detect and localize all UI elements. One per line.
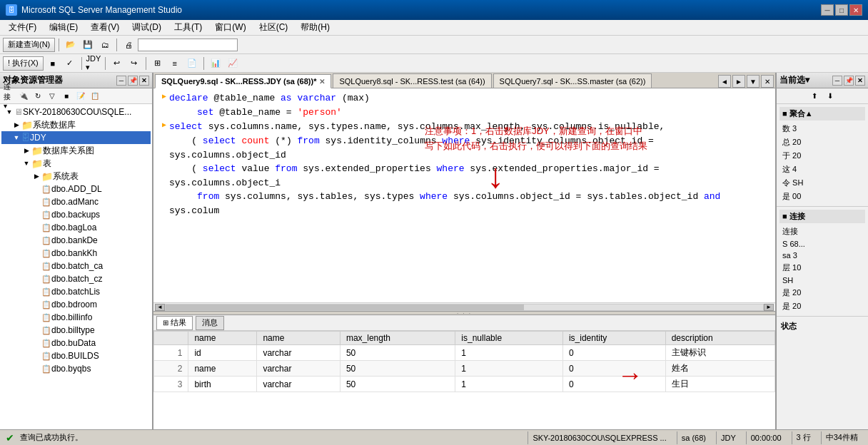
tree-table-bagloa[interactable]: 📋 dbo.bagLoa [1, 221, 151, 234]
sort-desc-btn[interactable]: ⬇ [824, 90, 837, 103]
panel-hide-button[interactable]: ─ [116, 76, 126, 86]
results-tab[interactable]: ⊞ 结果 [156, 316, 193, 330]
tree-table-builds[interactable]: 📋 dbo.BUILDS [1, 349, 151, 362]
tree-table-byqbs[interactable]: 📋 dbo.byqbs [1, 362, 151, 375]
oe-new-query-button[interactable]: 📝 [74, 90, 87, 103]
menu-window[interactable]: 窗口(W) [209, 21, 251, 35]
search-toolbar-input[interactable] [138, 39, 238, 51]
include-stats-button[interactable]: 📈 [225, 56, 241, 71]
new-query-button[interactable]: 新建查询(N) [3, 38, 55, 52]
redo-button[interactable]: ↪ [126, 56, 142, 71]
row3-col2: varchar [257, 377, 340, 392]
tree-table-batch-ca[interactable]: 📋 dbo.batch_ca [1, 260, 151, 272]
tab-close-all[interactable]: ✕ [761, 75, 774, 88]
status-user: sa (68) [677, 431, 710, 444]
oe-connect-button[interactable]: 连接 ▾ [3, 90, 16, 103]
oe-filter-button[interactable]: ▽ [46, 90, 59, 103]
toolbar2: ! 执行(X) ■ ✓ JDY ▾ ↩ ↪ ⊞ ≡ 📄 📊 📈 [0, 54, 868, 73]
tree-system-tables[interactable]: ▶ 📁 系统表 [1, 170, 151, 183]
tree-tables[interactable]: ▼ 📁 表 [1, 157, 151, 170]
close-button[interactable]: ✕ [849, 4, 862, 16]
panel-close-button[interactable]: ✕ [139, 76, 149, 86]
tree-table-budata[interactable]: 📋 dbo.buData [1, 337, 151, 349]
menu-help[interactable]: 帮助(H) [295, 21, 335, 35]
table-row: 3 birth varchar 50 1 0 生日 [154, 377, 775, 392]
save-all-button[interactable]: 🗂 [97, 38, 113, 52]
tree-table-bankkh[interactable]: 📋 dbo.bankKh [1, 247, 151, 260]
results-grid-button[interactable]: ⊞ [150, 56, 166, 71]
menu-community[interactable]: 社区(C) [253, 21, 294, 35]
col-header-identity: is_identity [562, 332, 665, 345]
row3-col1: birth [188, 377, 257, 392]
right-panel-hide[interactable]: ─ [832, 76, 842, 86]
agg-item-2: 总 20 [779, 135, 865, 149]
print-button[interactable]: 🖨 [121, 38, 136, 52]
db-dropdown[interactable]: JDY ▾ [86, 56, 101, 71]
open-file-button[interactable]: 📂 [63, 38, 79, 52]
undo-button[interactable]: ↩ [109, 56, 125, 71]
stop-button[interactable]: ■ [45, 56, 61, 71]
row2-col4: 1 [455, 361, 563, 377]
tree-table-batch-cz[interactable]: 📋 dbo.batch_cz [1, 272, 151, 285]
oe-refresh-button[interactable]: ↻ [31, 90, 44, 103]
tree-table-add-dl[interactable]: 📋 dbo.ADD_DL [1, 183, 151, 195]
tab-query9[interactable]: SQLQuery9.sql - SK...RESS.JDY (sa (68))*… [155, 74, 331, 88]
results-text-button[interactable]: ≡ [167, 56, 183, 71]
tab-list[interactable]: ▼ [747, 75, 760, 88]
scroll-left-btn[interactable]: ◄ [155, 304, 165, 311]
h-scroll-thumb[interactable] [166, 305, 524, 310]
tree-db-jdy[interactable]: ▼ 🗄 JDY [1, 131, 151, 144]
tree-table-batchlis[interactable]: 📋 dbo.batchLis [1, 285, 151, 298]
panel-pin-button[interactable]: 📌 [128, 76, 138, 86]
oe-reports-button[interactable]: 📋 [89, 90, 101, 103]
oe-stop-button[interactable]: ■ [60, 90, 73, 103]
show-plan-button[interactable]: 📊 [208, 56, 223, 71]
tree-table-backups[interactable]: 📋 dbo.backups [1, 208, 151, 221]
code-line-5: ( select value from sys.extended_propert… [159, 162, 769, 190]
tree-diagrams[interactable]: ▶ 📁 数据库关系图 [1, 144, 151, 157]
menu-file[interactable]: 文件(F) [3, 21, 42, 35]
results-file-button[interactable]: 📄 [184, 56, 200, 71]
tree-server[interactable]: ▼ 🖥 SKY-20180630COU\SQLE... [1, 106, 151, 118]
tree-table-billinfo[interactable]: 📋 dbo.billinfo [1, 311, 151, 324]
menu-tools[interactable]: 工具(T) [168, 21, 208, 35]
agg-item-1: 数 3 [779, 122, 865, 135]
sort-asc-btn[interactable]: ⬆ [808, 90, 821, 103]
separator3 [81, 57, 82, 70]
title-bar: 🗄 Microsoft SQL Server Management Studio… [0, 0, 868, 20]
execute-button[interactable]: ! 执行(X) [3, 56, 44, 71]
right-panel-close[interactable]: ✕ [855, 76, 865, 86]
status-time: 00:00:00 [746, 431, 786, 444]
row3-col4: 1 [455, 377, 563, 392]
scroll-right-btn[interactable]: ► [764, 304, 774, 311]
tab9-close[interactable]: ✕ [319, 78, 325, 86]
row1-col2: varchar [257, 345, 340, 361]
messages-tab[interactable]: 消息 [196, 316, 224, 330]
maximize-button[interactable]: □ [835, 4, 848, 16]
tab-scroll-right[interactable]: ► [732, 75, 745, 88]
row2-col5: 0 [562, 361, 665, 377]
tree-system-dbs[interactable]: ▶ 📁 系统数据库 [1, 118, 151, 131]
separator5 [146, 57, 146, 70]
minimize-button[interactable]: ─ [821, 4, 834, 16]
menu-view[interactable]: 查看(V) [85, 21, 125, 35]
tab-scroll-left[interactable]: ◄ [718, 75, 731, 88]
sql-editor[interactable]: ▶ declare @table_name as varchar (max) [153, 88, 775, 302]
tree-table-bankde[interactable]: 📋 dbo.bankDe [1, 234, 151, 247]
tab-query8[interactable]: SQLQuery8.sql - SK...RESS.test (sa (64)) [333, 73, 491, 88]
menu-debug[interactable]: 调试(D) [126, 21, 167, 35]
menu-edit[interactable]: 编辑(E) [44, 21, 84, 35]
tree-table-admanc[interactable]: 📋 dbo.adManc [1, 195, 151, 208]
col-header-desc: description [665, 332, 774, 345]
tree-table-bdroom[interactable]: 📋 dbo.bdroom [1, 298, 151, 311]
oe-disconnect-button[interactable]: 🔌 [17, 90, 30, 103]
save-button[interactable]: 💾 [80, 38, 96, 52]
parse-button[interactable]: ✓ [62, 56, 78, 71]
row2-col6: 姓名 [665, 361, 774, 377]
new-query-label: 新建查询(N) [8, 39, 50, 50]
tab7-label: SQLQuery7.sql - SK...SS.master (sa (62)) [500, 77, 646, 86]
tab-query7[interactable]: SQLQuery7.sql - SK...SS.master (sa (62)) [493, 73, 652, 88]
right-panel-pin[interactable]: 📌 [844, 76, 854, 86]
tree-table-billtype[interactable]: 📋 dbo.billtype [1, 324, 151, 337]
separator6 [203, 57, 204, 70]
